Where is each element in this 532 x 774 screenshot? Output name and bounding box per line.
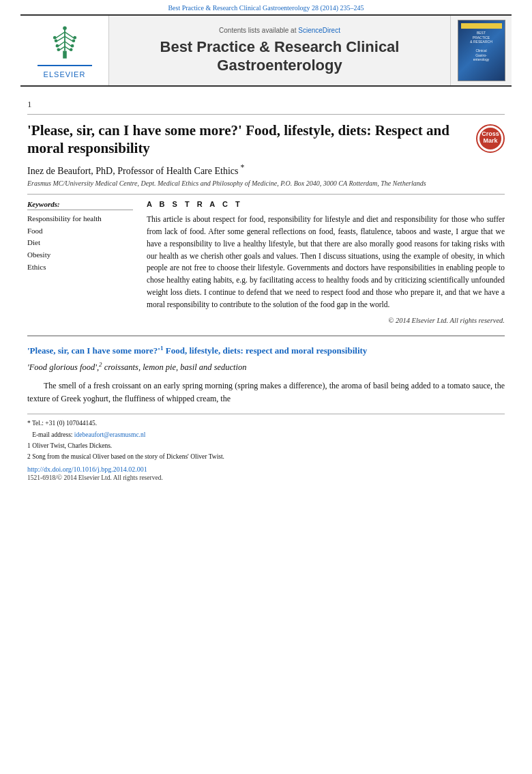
keyword-1: Responsibility for health [27, 213, 133, 225]
affiliation: Erasmus MC/University Medical Centre, De… [27, 179, 505, 188]
keywords-column: Keywords: Responsibility for health Food… [27, 200, 133, 324]
main-content: 1 'Please, sir, can I have some more?' F… [0, 87, 532, 324]
cover-image-area: BESTPRACTICE& RESEARCHClinicalGastro-ent… [450, 16, 512, 85]
svg-text:Cross: Cross [482, 130, 499, 137]
footnote-star: * Tel.: +31 (0) 107044145. [27, 418, 505, 428]
elsevier-brand-label: ELSEVIER [44, 70, 86, 78]
keyword-5: Ethics [27, 261, 133, 274]
cover-book-title-text: BESTPRACTICE& RESEARCHClinicalGastro-ent… [470, 31, 492, 62]
svg-point-18 [63, 27, 67, 31]
article-title: 'Please, sir, can I have some more?' Foo… [27, 121, 476, 158]
abstract-column: A B S T R A C T This article is about re… [147, 200, 505, 324]
elsevier-logo-area: ELSEVIER [20, 16, 109, 85]
svg-point-13 [57, 48, 60, 51]
svg-point-12 [55, 44, 59, 48]
svg-line-4 [57, 42, 64, 46]
svg-point-17 [69, 48, 72, 51]
journal-title-area: Contents lists available at ScienceDirec… [109, 16, 450, 85]
page: Best Practice & Research Clinical Gastro… [0, 0, 532, 774]
keyword-3: Diet [27, 237, 133, 249]
crossmark-badge-icon: Cross Mark [476, 124, 505, 153]
svg-rect-0 [63, 51, 67, 59]
abstract-copyright: © 2014 Elsevier Ltd. All rights reserved… [147, 317, 505, 324]
title-divider [27, 114, 505, 115]
svg-point-16 [70, 44, 74, 48]
svg-line-8 [65, 42, 72, 46]
keyword-2: Food [27, 225, 133, 238]
contents-line: Contents lists available at ScienceDirec… [219, 27, 340, 34]
footer-copyright: 1521-6918/© 2014 Elsevier Ltd. All right… [27, 474, 505, 481]
svg-text:Mark: Mark [483, 137, 498, 144]
body-subtitle: 'Food glorious food',2 croissants, lemon… [27, 361, 505, 373]
sciencedirect-link[interactable]: ScienceDirect [298, 27, 340, 34]
footer-doi[interactable]: http://dx.doi.org/10.1016/j.bpg.2014.02.… [27, 465, 505, 473]
svg-point-10 [53, 36, 56, 40]
author-name: Inez de Beaufort, PhD, Professor of Heal… [27, 163, 505, 177]
abstract-section: Keywords: Responsibility for health Food… [27, 200, 505, 324]
svg-point-14 [73, 36, 76, 40]
cover-book-thumbnail: BESTPRACTICE& RESEARCHClinicalGastro-ent… [458, 20, 505, 81]
abstract-heading: A B S T R A C T [147, 200, 505, 208]
svg-point-11 [54, 39, 57, 42]
author-sup: * [238, 163, 244, 172]
footnote-2: 2 Song from the musical Oliver based on … [27, 452, 505, 461]
footer-area: * Tel.: +31 (0) 107044145. E-mail addres… [0, 414, 532, 481]
footnote-1: 1 Oliver Twist, Charles Dickens. [27, 441, 505, 450]
keyword-4: Obesity [27, 249, 133, 261]
journal-main-title: Best Practice & Research Clinical Gastro… [160, 38, 400, 74]
abstract-text: This article is about respect for food, … [147, 214, 505, 311]
article-number: 1 [27, 99, 505, 110]
footnote-email-value[interactable]: idebeaufort@erasmusmc.nl [74, 431, 146, 438]
journal-citation: Best Practice & Research Clinical Gastro… [168, 4, 364, 12]
article-title-row: 'Please, sir, can I have some more?' Foo… [27, 121, 505, 158]
journal-top-bar: Best Practice & Research Clinical Gastro… [0, 0, 532, 14]
body-section: 'Please, sir, can I have some more?'1 Fo… [0, 345, 532, 406]
elsevier-divider [38, 65, 92, 66]
journal-header-box: ELSEVIER Contents lists available at Sci… [20, 14, 512, 87]
footnote-email: E-mail address: idebeaufort@erasmusmc.nl [27, 430, 505, 440]
keywords-title: Keywords: [27, 200, 133, 210]
body-article-title: 'Please, sir, can I have some more?'1 Fo… [27, 345, 505, 357]
footer-divider [27, 414, 505, 414]
svg-point-15 [72, 39, 75, 42]
elsevier-tree-icon [41, 23, 89, 63]
abstract-divider [27, 194, 505, 195]
cover-book-top-bar [461, 23, 502, 29]
body-paragraph-1: The smell of a fresh croissant on an ear… [27, 379, 505, 405]
body-divider [27, 335, 505, 336]
